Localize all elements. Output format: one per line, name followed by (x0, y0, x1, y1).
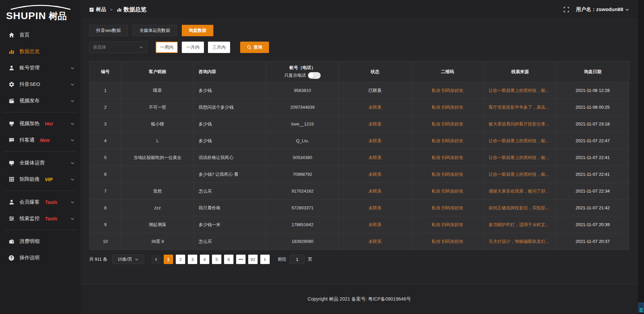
query-button[interactable]: 查询 (240, 42, 269, 53)
table-row: 4 L 多少钱 Q_Liu. 未联系 私信 扫码加好友 让你一眼就爱上的黑科技，… (90, 133, 629, 149)
data-tabs: 抖音seo数据 全媒体运营数据 询盘数据 (89, 25, 629, 36)
period-week-button[interactable]: 一周内 (156, 42, 178, 53)
cell-qrcode-link[interactable]: 私信 扫码加好友 (412, 216, 484, 233)
cell-source-link[interactable]: 如何正确选择投影仪，买投影... (484, 200, 556, 216)
cell-content: 我只看价格 (194, 200, 266, 216)
period-quarter-button[interactable]: 三月内 (208, 42, 230, 53)
cell-source-link[interactable]: 让你一眼就爱上的黑科技，能... (484, 166, 556, 183)
cell-status: 未联系 (339, 149, 411, 166)
tab-douyin-seo-data[interactable]: 抖音seo数据 (89, 25, 128, 36)
cell-qrcode-link[interactable]: 私信 扫码加好友 (412, 133, 484, 149)
floating-widget[interactable] (638, 303, 644, 313)
new-badge: New (40, 138, 50, 143)
chevron-down-icon (70, 99, 74, 103)
sidebar-item-home[interactable]: 首页 (0, 27, 80, 43)
sidebar-item-account-mgmt[interactable]: 账号管理 (0, 60, 80, 76)
cell-status: 未联系 (339, 99, 411, 116)
sidebar-item-video-heat[interactable]: 视频加热 Hot (0, 115, 80, 132)
col-content: 咨询内容 (194, 61, 266, 82)
sidebar-item-help[interactable]: ? 操作说明 (0, 250, 80, 266)
hot-badge: Hot (45, 121, 53, 126)
cell-source-link[interactable]: 多功能护栏灯，适用于乡村文... (484, 216, 556, 233)
cell-source-link[interactable]: 感谢大家喜欢我家，被问了好... (484, 183, 556, 200)
cell-no: 7 (90, 183, 121, 200)
table-row: 3 狐小狸 多少钱 love__1215 未联系 私信 扫码加好友 被大家追着问… (90, 116, 629, 133)
fullscreen-icon[interactable] (564, 7, 569, 12)
cell-date: 2021-11-07 20:37 (556, 233, 629, 250)
sidebar-item-label: 抖音SEO (19, 81, 40, 88)
app-icon (89, 7, 94, 12)
chevron-right-icon (263, 258, 267, 261)
goto-unit: 页 (308, 256, 312, 262)
cell-status: 已联系 (339, 82, 411, 99)
tab-inquiry-data[interactable]: 询盘数据 (182, 25, 213, 36)
page-button-5[interactable]: 5 (212, 255, 221, 264)
sidebar-item-douyin-seo[interactable]: 抖音SEO (0, 76, 80, 93)
col-nickname: 客户昵称 (121, 61, 194, 82)
page-button-4[interactable]: 4 (200, 255, 209, 264)
cell-date: 2021-11-07 22:41 (556, 166, 629, 183)
more-pages-button[interactable]: ••• (236, 255, 246, 264)
cell-content: 说说价格让我死心 (194, 149, 266, 166)
cell-qrcode-link[interactable]: 私信 扫码加好友 (412, 183, 484, 200)
page-button-2[interactable]: 2 (176, 255, 185, 264)
sidebar-item-member-burst[interactable]: 会员爆客 Tools (0, 194, 80, 210)
cell-nickname: 潮起潮落 (121, 216, 194, 233)
cell-source-link[interactable]: 让你一眼就爱上的黑科技，能... (484, 149, 556, 166)
goto-page-input[interactable] (290, 255, 305, 264)
cell-qrcode-link[interactable]: 私信 扫码加好友 (412, 200, 484, 216)
cell-source-link[interactable]: 让你一眼就爱上的黑科技，能... (484, 133, 556, 149)
cell-source-link[interactable]: 客厅安装投影半年多了，真实... (484, 99, 556, 116)
copyright-text: Copyright 树品 2021 备案号: 粤ICP备09019646号 (308, 296, 411, 302)
phone-only-toggle[interactable] (308, 72, 321, 79)
sidebar-item-spend-detail[interactable]: 消费明细 (0, 233, 80, 250)
cell-date: 2021-11-07 22:34 (556, 183, 629, 200)
scrollbar-track[interactable] (638, 0, 644, 314)
prev-page-button[interactable] (152, 255, 161, 264)
next-page-button[interactable] (260, 255, 270, 264)
cell-qrcode-link[interactable]: 私信 扫码加好友 (412, 149, 484, 166)
page-button-1[interactable]: 1 (164, 255, 173, 264)
chevron-down-icon (139, 45, 143, 49)
tab-omnimedia-data[interactable]: 全媒体运营数据 (132, 25, 177, 36)
cell-qrcode-link[interactable]: 私信 扫码加好友 (412, 116, 484, 133)
page-button-92[interactable]: 92 (248, 255, 258, 264)
bar-chart-icon (8, 49, 14, 55)
phone-only-label: 只显示电话 (284, 72, 306, 78)
page-button-3[interactable]: 3 (188, 255, 197, 264)
cell-date: 2021-11-08 00:25 (556, 99, 629, 116)
page-size-value: 10条/页 (117, 256, 132, 262)
cell-no: 8 (90, 200, 121, 216)
sidebar-item-label: 视频发布 (19, 98, 40, 104)
sidebar-item-video-publish[interactable]: 视频发布 (0, 93, 80, 109)
cell-nickname: 觉然 (121, 183, 194, 200)
cell-source-link[interactable]: 让你一眼就爱上的黑科技，能... (484, 82, 556, 99)
cell-source-link[interactable]: 被大家追着问的客厅投影分享... (484, 116, 556, 133)
user-menu[interactable]: 用户名：zswodun88 (576, 6, 629, 13)
cell-no: 1 (90, 82, 121, 99)
cell-qrcode-link[interactable]: 私信 扫码加好友 (412, 99, 484, 116)
col-account: 帐号（电话） 只显示电话 (266, 61, 339, 82)
sidebar-item-label: 视频加热 (19, 120, 40, 127)
cell-qrcode-link[interactable]: 私信 扫码加好友 (412, 82, 484, 99)
cell-status: 未联系 (339, 116, 411, 133)
breadcrumb-root[interactable]: 树品 (96, 6, 106, 13)
sidebar-item-matrix-boost[interactable]: 矩阵助推 VIP (0, 171, 80, 188)
period-month-button[interactable]: 一月内 (182, 42, 204, 53)
cell-no: 4 (90, 133, 121, 149)
page-size-select[interactable]: 10条/页 (112, 255, 144, 264)
search-icon (247, 45, 252, 50)
page-button-6[interactable]: 6 (224, 255, 233, 264)
sidebar-item-lead-monitor[interactable]: 线索监控 Tools (0, 210, 80, 227)
cell-account: 178651642 (266, 216, 339, 233)
total-count: 共 911 条 (89, 256, 107, 262)
cell-qrcode-link[interactable]: 私信 扫码加好友 (412, 233, 484, 250)
cell-qrcode-link[interactable]: 私信 扫码加好友 (412, 166, 484, 183)
sidebar-item-data-overview[interactable]: 数据总览 (0, 43, 80, 60)
cell-source-link[interactable]: 无主灯设计，智能磁吸轨道灯... (484, 233, 556, 250)
account-select[interactable]: 请选择 (89, 42, 147, 53)
brand-logo: SHUPIN 树品 (0, 3, 80, 27)
breadcrumb-current: 数据总览 (124, 6, 147, 13)
sidebar-item-omnimedia[interactable]: 全媒体运营 (0, 155, 80, 171)
sidebar-item-doketong[interactable]: 抖客通 New (0, 132, 80, 148)
